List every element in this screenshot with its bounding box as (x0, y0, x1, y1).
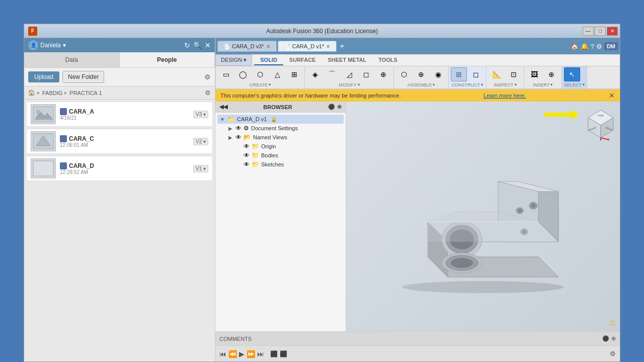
tree-expand-icon[interactable]: ▼ (219, 117, 225, 122)
tree-expand-icon[interactable]: ▶ (227, 126, 233, 131)
file-version[interactable]: V1 ▾ (193, 165, 208, 172)
timeline-play-btn[interactable]: ▶ (239, 350, 245, 358)
comments-dot-icon[interactable]: ⚫ (602, 335, 609, 342)
inspect-dropdown-icon[interactable]: ▾ (515, 82, 517, 87)
tab-close-icon[interactable]: ✕ (266, 44, 270, 49)
tree-item[interactable]: ▶ 👁 📂 Named Views (225, 133, 344, 142)
tree-item[interactable]: ▶ 👁 📁 Sketches (233, 160, 344, 169)
assemble-new-component-btn[interactable]: ⬡ (396, 67, 412, 81)
lp-settings-icon[interactable]: ⚙ (204, 73, 211, 81)
tree-eye-icon[interactable]: 👁 (244, 161, 250, 168)
tab-close-icon[interactable]: ✕ (326, 44, 330, 49)
main-content: 👤 Daniela ▾ ↻ 🔍 ✕ Data People (24, 38, 620, 361)
assemble-joint-btn[interactable]: ⊕ (413, 67, 429, 81)
tree-root[interactable]: ▼ 📁 CARA_D v1 🔒 (217, 115, 344, 124)
create-sweep-btn[interactable]: ⬡ (252, 67, 268, 81)
tree-eye-icon[interactable]: 👁 (235, 134, 242, 141)
select-btn[interactable]: ↖ (564, 67, 580, 81)
list-item[interactable]: CARA_C 12:06:01 AM V2 ▾ (26, 129, 213, 154)
modify-chamfer-btn[interactable]: ◿ (341, 67, 357, 81)
tab-people[interactable]: People (120, 52, 215, 67)
tree-eye-icon[interactable]: 👁 (235, 125, 242, 132)
timeline-frame-icon[interactable]: ⬛ (270, 350, 278, 357)
dm-badge[interactable]: DM (604, 42, 618, 50)
file-version[interactable]: V2 ▾ (193, 138, 208, 145)
construct-axis-btn[interactable]: ◻ (468, 67, 484, 81)
insert-image-btn[interactable]: 🖼 (526, 67, 542, 81)
tree-item[interactable]: ▶ 👁 📁 Bodies (233, 151, 344, 160)
list-item[interactable]: CARA_A 4/16/21 V3 ▾ (26, 102, 213, 127)
create-extrude-btn[interactable]: ▭ (218, 67, 234, 81)
inspect-more-btn[interactable]: ⊡ (506, 67, 522, 81)
construct-dropdown-icon[interactable]: ▾ (481, 82, 483, 87)
close-button[interactable]: ✕ (607, 27, 618, 36)
create-dropdown-icon[interactable]: ▾ (269, 82, 271, 87)
insert-dropdown-icon[interactable]: ▾ (550, 82, 552, 87)
timeline-last-btn[interactable]: ⏭ (257, 350, 264, 358)
tab-solid[interactable]: SOLID (254, 55, 283, 65)
notification-icon[interactable]: 🔔 (581, 43, 589, 50)
comments-expand-icon[interactable]: ⊕ (611, 335, 616, 342)
tree-eye-icon[interactable]: 👁 (244, 143, 250, 150)
tab-sheet-metal[interactable]: SHEET METAL (321, 55, 372, 65)
tab-surface[interactable]: SURFACE (283, 55, 322, 65)
tree-eye-icon[interactable]: 👁 (244, 152, 250, 159)
topbar-icons: 🏠 🔔 ? ⚙ DM (571, 42, 618, 50)
notification-link[interactable]: Learn more here. (484, 93, 526, 99)
breadcrumb-settings-icon[interactable]: ⚙ (205, 89, 211, 97)
new-folder-button[interactable]: New Folder (62, 71, 104, 83)
breadcrumb-practica[interactable]: PRACTICA 1 (69, 90, 102, 96)
browser-expand-icon[interactable]: ⊕ (337, 104, 342, 110)
modify-fillet-btn[interactable]: ⌒ (324, 67, 340, 81)
create-more-btn[interactable]: ⊞ (286, 67, 302, 81)
tree-item[interactable]: ▶ 👁 ⚙ Document Settings (225, 124, 344, 133)
collapse-browser-icon[interactable]: ◀◀ (219, 104, 227, 110)
browser-dot-btn[interactable]: ⚫ (328, 104, 335, 110)
file-name-label: CARA_A (69, 108, 94, 115)
help-icon[interactable]: ? (591, 43, 594, 50)
modify-dropdown-icon[interactable]: ▾ (358, 82, 360, 87)
insert-more-btn[interactable]: ⊕ (543, 67, 559, 81)
tab-cara-d-v1[interactable]: 📄 CARA_D v1* ✕ (278, 41, 337, 52)
tab-tools[interactable]: TOOLS (372, 55, 404, 65)
window-controls: — □ ✕ (583, 27, 618, 36)
model-view[interactable]: TOP FRONT RIGHT (346, 102, 620, 331)
tab-data[interactable]: Data (24, 52, 120, 67)
tree-item[interactable]: ▶ 👁 📁 Origin (233, 142, 344, 151)
home-topbar-icon[interactable]: 🏠 (571, 43, 579, 50)
search-icon[interactable]: 🔍 (193, 41, 202, 49)
select-dropdown-icon[interactable]: ▾ (583, 82, 585, 87)
breadcrumb-home-icon[interactable]: 🏠 (28, 89, 35, 96)
modify-press-pull-btn[interactable]: ◈ (307, 67, 323, 81)
modify-more-btn[interactable]: ⊕ (375, 67, 391, 81)
inspect-measure-btn[interactable]: 📐 (489, 67, 505, 81)
tree-lock-icon: 🔒 (271, 117, 277, 122)
close-panel-icon[interactable]: ✕ (205, 41, 211, 49)
construct-plane-btn[interactable]: ⊞ (451, 67, 467, 81)
list-item[interactable]: CARA_D 12:28:52 AM V1 ▾ (26, 156, 213, 181)
timeline-record-icon[interactable]: ⬛ (280, 350, 287, 357)
create-loft-btn[interactable]: △ (269, 67, 285, 81)
design-dropdown[interactable]: DESIGN ▾ (215, 54, 252, 66)
refresh-icon[interactable]: ↻ (184, 41, 190, 49)
navigation-cube[interactable]: TOP FRONT RIGHT (586, 108, 616, 143)
timeline-next-btn[interactable]: ⏩ (247, 350, 255, 358)
timeline-first-btn[interactable]: ⏮ (219, 350, 226, 358)
minimize-button[interactable]: — (583, 27, 594, 36)
assemble-more-btn[interactable]: ◉ (430, 67, 446, 81)
timeline-settings-icon[interactable]: ⚙ (610, 350, 616, 357)
create-revolve-btn[interactable]: ◯ (235, 67, 251, 81)
modify-shell-btn[interactable]: ◻ (358, 67, 374, 81)
notification-close-icon[interactable]: ✕ (609, 92, 615, 100)
maximize-button[interactable]: □ (595, 27, 606, 36)
tree-expand-icon[interactable]: ▶ (227, 135, 233, 140)
tab-cara-d-v3[interactable]: 📄 CARA_D v3* ✕ (217, 41, 277, 52)
breadcrumb-fabdig[interactable]: FABDIG (42, 90, 62, 96)
upload-button[interactable]: Upload (28, 71, 59, 82)
user-info[interactable]: 👤 Daniela ▾ (28, 40, 66, 50)
assemble-dropdown-icon[interactable]: ▾ (433, 82, 435, 87)
file-version[interactable]: V3 ▾ (193, 111, 208, 118)
settings-topbar-icon[interactable]: ⚙ (596, 43, 602, 50)
new-tab-button[interactable]: + (340, 42, 344, 51)
timeline-prev-btn[interactable]: ⏪ (228, 350, 237, 358)
